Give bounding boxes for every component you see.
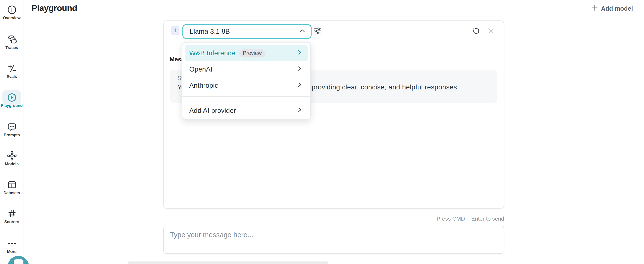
info-circle-icon <box>6 5 17 15</box>
model-selector[interactable]: Llama 3.1 8B <box>182 24 312 39</box>
menu-item-add-ai-provider[interactable]: Add AI provider <box>185 103 308 119</box>
menu-item-anthropic[interactable]: Anthropic <box>185 77 308 94</box>
hash-icon <box>6 209 17 219</box>
menu-item-openai[interactable]: OpenAI <box>185 61 308 77</box>
playground-page: Overview Traces Evals Playground Prompts <box>0 0 644 264</box>
ellipsis-icon <box>6 239 17 249</box>
plus-icon <box>592 5 598 12</box>
smile-icon <box>14 259 23 264</box>
menu-item-wb-inference[interactable]: W&B Inference Preview <box>185 45 308 61</box>
sidebar: Overview Traces Evals Playground Prompts <box>0 0 24 264</box>
chevron-right-icon <box>297 49 302 57</box>
sidebar-label: Datasets <box>0 190 24 195</box>
sidebar-label: Prompts <box>0 132 24 137</box>
model-settings-button[interactable] <box>312 26 323 37</box>
sidebar-label: Scorers <box>0 219 24 224</box>
chevron-right-icon <box>297 82 302 89</box>
table-icon <box>6 180 17 190</box>
sidebar-label: Traces <box>0 45 24 50</box>
sidebar-label: Overview <box>0 15 24 20</box>
sidebar-item-more[interactable]: More <box>0 239 24 254</box>
message-input[interactable] <box>164 226 504 253</box>
sidebar-item-overview[interactable]: Overview <box>0 5 24 20</box>
menu-divider <box>182 96 310 97</box>
send-shortcut-hint: Press CMD + Enter to send <box>163 216 504 222</box>
add-model-button[interactable]: Add model <box>592 4 633 13</box>
sidebar-label: More <box>0 249 24 254</box>
sidebar-item-evals[interactable]: Evals <box>0 63 24 79</box>
preview-badge: Preview <box>239 49 266 57</box>
close-icon <box>487 27 494 36</box>
close-model-button[interactable] <box>485 26 496 37</box>
sliders-icon <box>312 26 322 37</box>
sidebar-label: Models <box>0 161 24 166</box>
chevron-right-icon <box>297 107 302 115</box>
sidebar-item-prompts[interactable]: Prompts <box>0 122 24 137</box>
provider-dropdown-menu: W&B Inference Preview OpenAI Anthropic A… <box>182 42 311 120</box>
stacked-cards-icon <box>6 34 17 45</box>
sidebar-item-models[interactable]: Models <box>0 151 24 166</box>
menu-item-label: Anthropic <box>189 82 218 89</box>
menu-item-label: OpenAI <box>189 66 212 73</box>
sidebar-item-traces[interactable]: Traces <box>0 34 24 50</box>
message-composer <box>163 226 504 254</box>
top-header: Playground Add model <box>24 0 644 17</box>
reset-chat-button[interactable] <box>470 26 481 37</box>
chat-bubble-dots-icon <box>6 122 17 132</box>
plus-minus-icon <box>6 63 17 74</box>
horizontal-scrollbar-thumb[interactable] <box>128 262 328 264</box>
page-title: Playground <box>32 3 77 13</box>
menu-item-label: Add AI provider <box>189 107 236 115</box>
node-graph-icon <box>6 151 17 161</box>
add-model-label: Add model <box>601 5 633 12</box>
sidebar-label: Evals <box>0 74 24 79</box>
chevron-up-icon <box>299 27 306 35</box>
sidebar-item-datasets[interactable]: Datasets <box>0 180 24 195</box>
play-circle-icon <box>6 92 17 103</box>
model-index-badge: 1 <box>171 25 179 35</box>
reset-icon <box>471 27 479 36</box>
sidebar-label: Playground <box>0 103 24 108</box>
sidebar-item-playground[interactable]: Playground <box>0 92 24 108</box>
menu-item-label: W&B Inference <box>189 49 235 57</box>
sidebar-item-scorers[interactable]: Scorers <box>0 209 24 224</box>
selected-model-value: Llama 3.1 8B <box>190 28 299 35</box>
chevron-right-icon <box>297 66 302 73</box>
